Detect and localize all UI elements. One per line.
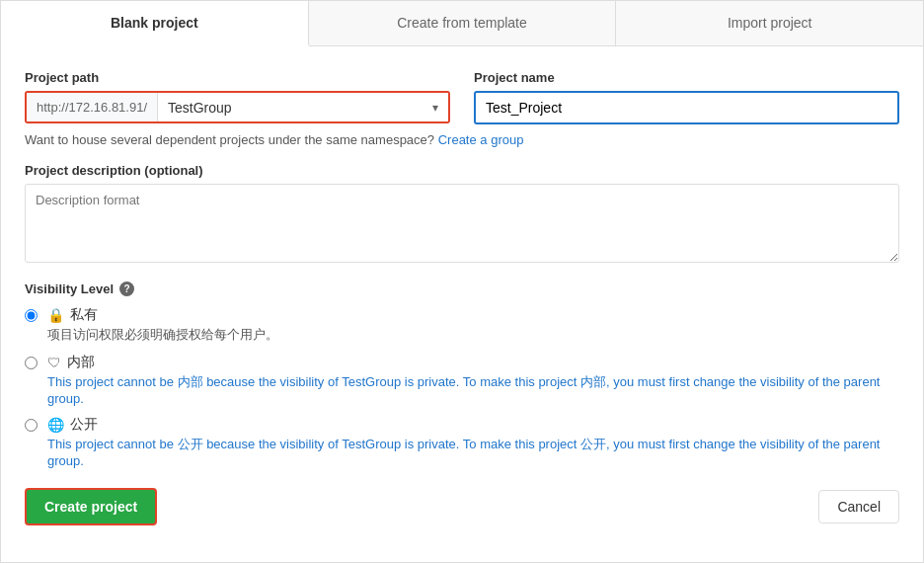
project-name-group: Project name — [474, 70, 899, 124]
visibility-internal-title: 🛡 内部 — [47, 354, 899, 371]
path-input-row: http://172.16.81.91/ TestGroup ▾ — [25, 91, 450, 123]
namespace-help-text: Want to house several dependent projects… — [25, 132, 899, 147]
visibility-public-desc: This project cannot be 公开 because the vi… — [47, 436, 899, 468]
button-row: Create project Cancel — [25, 488, 899, 525]
tab-import-project[interactable]: Import project — [616, 1, 923, 45]
visibility-public-title: 🌐 公开 — [47, 416, 899, 434]
cancel-button[interactable]: Cancel — [818, 490, 899, 523]
create-group-link[interactable]: Create a group — [438, 132, 524, 147]
namespace-select[interactable]: TestGroup ▾ — [158, 93, 448, 121]
visibility-radio-group: 🔒 私有 项目访问权限必须明确授权给每个用户。 🛡 内部 — [25, 306, 899, 468]
visibility-private-title: 🔒 私有 — [47, 306, 278, 324]
visibility-help-icon[interactable]: ? — [119, 282, 134, 296]
project-path-group: Project path http://172.16.81.91/ TestGr… — [25, 70, 450, 124]
tab-blank-project[interactable]: Blank project — [1, 1, 309, 46]
visibility-internal-radio[interactable] — [25, 357, 38, 369]
visibility-private-content: 🔒 私有 项目访问权限必须明确授权给每个用户。 — [47, 306, 278, 344]
project-path-label: Project path — [25, 70, 450, 85]
internal-group-link[interactable]: TestGroup — [342, 374, 401, 389]
path-name-row: Project path http://172.16.81.91/ TestGr… — [25, 70, 899, 124]
tab-bar: Blank project Create from template Impor… — [1, 1, 923, 46]
globe-icon: 🌐 — [47, 417, 64, 433]
lock-icon: 🔒 — [47, 307, 64, 323]
visibility-public-item: 🌐 公开 This project cannot be 公开 because t… — [25, 416, 899, 468]
visibility-internal-desc: This project cannot be 内部 because the vi… — [47, 373, 899, 406]
internal-change-visibility-link[interactable]: change the visibility — [693, 374, 805, 389]
project-name-input[interactable] — [474, 91, 899, 124]
chevron-down-icon: ▾ — [432, 101, 438, 115]
namespace-value: TestGroup — [168, 100, 432, 116]
visibility-section-label: Visibility Level ? — [25, 282, 899, 296]
description-textarea[interactable] — [25, 184, 899, 263]
visibility-private-radio[interactable] — [25, 309, 38, 322]
shield-icon: 🛡 — [47, 355, 61, 370]
visibility-public-radio[interactable] — [25, 419, 38, 432]
visibility-internal-content: 🛡 内部 This project cannot be 内部 because t… — [47, 354, 899, 406]
main-container: Blank project Create from template Impor… — [0, 0, 924, 563]
project-name-label: Project name — [474, 70, 899, 85]
form-content: Project path http://172.16.81.91/ TestGr… — [1, 46, 923, 549]
public-group-link[interactable]: TestGroup — [342, 437, 401, 451]
visibility-internal-item: 🛡 内部 This project cannot be 内部 because t… — [25, 354, 899, 406]
visibility-private-item: 🔒 私有 项目访问权限必须明确授权给每个用户。 — [25, 306, 899, 344]
create-project-button[interactable]: Create project — [25, 488, 157, 525]
visibility-private-desc: 项目访问权限必须明确授权给每个用户。 — [47, 326, 278, 344]
public-change-visibility-link[interactable]: change the visibility — [693, 437, 805, 451]
tab-create-from-template[interactable]: Create from template — [309, 1, 617, 45]
visibility-public-content: 🌐 公开 This project cannot be 公开 because t… — [47, 416, 899, 468]
path-prefix: http://172.16.81.91/ — [27, 93, 158, 121]
description-label: Project description (optional) — [25, 163, 899, 178]
description-group: Project description (optional) — [25, 163, 899, 266]
